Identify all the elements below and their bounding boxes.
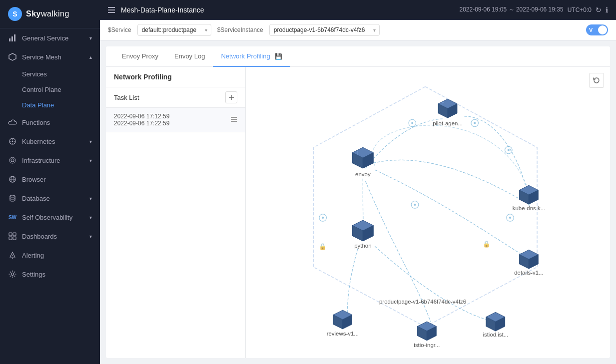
page-title: Mesh-Data-Plane-Instance bbox=[121, 6, 204, 14]
sidebar-item-label: Service Mesh bbox=[22, 53, 61, 61]
list-icon bbox=[230, 116, 237, 123]
task-detail-icon[interactable] bbox=[230, 116, 237, 124]
task-start-time: 2022-09-06 17:12:59 bbox=[114, 113, 230, 120]
main-content: Mesh-Data-Plane-Instance 2022-09-06 19:0… bbox=[100, 0, 616, 364]
filterbar: $Service default::productpage $ServiceIn… bbox=[100, 20, 616, 40]
sidebar-item-service-mesh[interactable]: Service Mesh ▴ bbox=[0, 47, 100, 66]
svg-point-10 bbox=[11, 159, 14, 162]
tab-envoy-log[interactable]: Envoy Log bbox=[166, 46, 213, 67]
topbar: Mesh-Data-Plane-Instance 2022-09-06 19:0… bbox=[100, 0, 616, 20]
chevron-down-icon: ▾ bbox=[89, 35, 92, 41]
service-select-wrap[interactable]: default::productpage bbox=[137, 24, 211, 36]
node-kube-dns bbox=[520, 185, 538, 204]
sidebar-item-dashboards[interactable]: Dashboards ▾ bbox=[0, 227, 100, 246]
svg-rect-18 bbox=[9, 237, 12, 240]
hexagon-border bbox=[313, 87, 537, 327]
chevron-down-icon: ▾ bbox=[89, 139, 92, 144]
svg-rect-2 bbox=[14, 34, 15, 41]
main-panel: Envoy Proxy Envoy Log Network Profiling … bbox=[106, 46, 610, 358]
app-logo: S Skywalking bbox=[0, 0, 100, 28]
chevron-down-icon: ▾ bbox=[89, 234, 92, 239]
sidebar-item-general-service[interactable]: General Service ▾ bbox=[0, 28, 100, 47]
node-label-productpage: productpage-v1-6b746f74dc-v4fz6 bbox=[379, 299, 466, 305]
task-item[interactable]: 2022-09-06 17:12:59 2022-09-06 17:22:59 bbox=[106, 108, 245, 132]
tab-network-profiling[interactable]: Network Profiling 💾 bbox=[213, 46, 290, 67]
lock-icon: 🔒 bbox=[483, 240, 491, 248]
edge bbox=[375, 170, 529, 259]
save-icon[interactable]: 💾 bbox=[275, 53, 282, 60]
node-label-pilot-agent: pilot-agen... bbox=[433, 120, 463, 126]
task-panel: Network Profiling Task List 2022-09-06 1… bbox=[106, 67, 246, 358]
chart-icon bbox=[8, 33, 17, 42]
sidebar-item-label: Self Observability bbox=[22, 214, 72, 221]
infrastructure-icon bbox=[8, 156, 17, 165]
graph-refresh-button[interactable] bbox=[589, 73, 604, 88]
svg-rect-23 bbox=[108, 7, 115, 8]
chevron-down-icon: ▾ bbox=[89, 158, 92, 163]
node-label-reviews-v1: reviews-v1... bbox=[327, 331, 359, 337]
globe-indicator-dot bbox=[322, 217, 324, 219]
database-icon bbox=[8, 194, 17, 203]
lock-icon: 🔒 bbox=[319, 243, 327, 251]
sidebar-item-label: Database bbox=[22, 195, 50, 202]
service-select[interactable]: default::productpage bbox=[137, 24, 211, 36]
svg-rect-29 bbox=[231, 119, 237, 120]
globe-indicator-dot bbox=[411, 122, 413, 124]
svg-rect-25 bbox=[108, 12, 115, 13]
sidebar-item-browser[interactable]: Browser bbox=[0, 170, 100, 189]
sidebar-item-self-observability[interactable]: SW Self Observability ▾ bbox=[0, 208, 100, 227]
settings-icon bbox=[8, 270, 17, 279]
sidebar-item-alerting[interactable]: Alerting bbox=[0, 246, 100, 265]
time-range-text: 2022-09-06 19:05 ～ 2022-09-06 19:35 bbox=[459, 5, 563, 14]
sidebar: S Skywalking General Service ▾ Service M… bbox=[0, 0, 100, 364]
tab-label: Envoy Proxy bbox=[122, 52, 158, 60]
task-times: 2022-09-06 17:12:59 2022-09-06 17:22:59 bbox=[114, 113, 230, 127]
sidebar-item-label: Functions bbox=[22, 119, 50, 126]
svg-rect-16 bbox=[9, 233, 12, 236]
sidebar-item-settings[interactable]: Settings bbox=[0, 265, 100, 284]
sidebar-sub-label: Control Plane bbox=[22, 86, 61, 93]
view-toggle[interactable]: V bbox=[586, 24, 608, 35]
sidebar-item-database[interactable]: Database ▾ bbox=[0, 189, 100, 208]
sidebar-item-data-plane[interactable]: Data Plane bbox=[0, 97, 100, 113]
sidebar-item-services[interactable]: Services bbox=[0, 66, 100, 82]
refresh-icon[interactable]: ↻ bbox=[596, 6, 602, 14]
breadcrumb-icon bbox=[108, 6, 115, 13]
sidebar-item-functions[interactable]: Functions bbox=[0, 113, 100, 132]
task-list-label: Task List bbox=[114, 94, 225, 101]
tab-label: Network Profiling bbox=[221, 52, 270, 60]
sidebar-item-kubernetes[interactable]: Kubernetes ▾ bbox=[0, 132, 100, 151]
sw-icon: SW bbox=[8, 213, 17, 222]
sidebar-item-label: General Service bbox=[22, 34, 68, 42]
sidebar-item-control-plane[interactable]: Control Plane bbox=[0, 82, 100, 97]
add-task-button[interactable] bbox=[225, 91, 237, 103]
svg-rect-30 bbox=[231, 121, 237, 122]
task-list-header: Task List bbox=[106, 87, 245, 108]
svg-rect-1 bbox=[11, 36, 13, 41]
np-heading: Network Profiling bbox=[106, 67, 245, 87]
sidebar-sub-label: Data Plane bbox=[22, 101, 54, 109]
svg-marker-3 bbox=[9, 53, 16, 60]
chevron-up-icon: ▴ bbox=[89, 54, 92, 60]
graph-refresh-icon bbox=[593, 77, 600, 84]
instance-select-wrap[interactable]: productpage-v1-6b746f74dc-v4fz6 bbox=[269, 24, 380, 36]
svg-rect-28 bbox=[231, 117, 237, 118]
node-python bbox=[353, 220, 374, 241]
info-icon[interactable]: ℹ bbox=[606, 6, 608, 14]
tab-label: Envoy Log bbox=[174, 52, 205, 60]
instance-select[interactable]: productpage-v1-6b746f74dc-v4fz6 bbox=[269, 24, 380, 36]
content-area: Envoy Proxy Envoy Log Network Profiling … bbox=[100, 40, 616, 364]
tab-envoy-proxy[interactable]: Envoy Proxy bbox=[114, 46, 166, 67]
logo-icon: S bbox=[8, 7, 22, 21]
instance-label: $ServiceInstance bbox=[217, 26, 263, 33]
service-label: $Service bbox=[108, 26, 131, 33]
chevron-down-icon: ▾ bbox=[89, 215, 92, 220]
sidebar-item-infrastructure[interactable]: Infrastructure ▾ bbox=[0, 151, 100, 170]
svg-text:↑: ↑ bbox=[356, 149, 359, 156]
add-icon bbox=[228, 94, 234, 100]
svg-point-15 bbox=[10, 195, 15, 197]
node-label-details-v1: details-v1... bbox=[514, 270, 543, 276]
svg-point-5 bbox=[12, 141, 13, 142]
svg-rect-19 bbox=[13, 237, 16, 240]
svg-point-11 bbox=[9, 157, 15, 163]
